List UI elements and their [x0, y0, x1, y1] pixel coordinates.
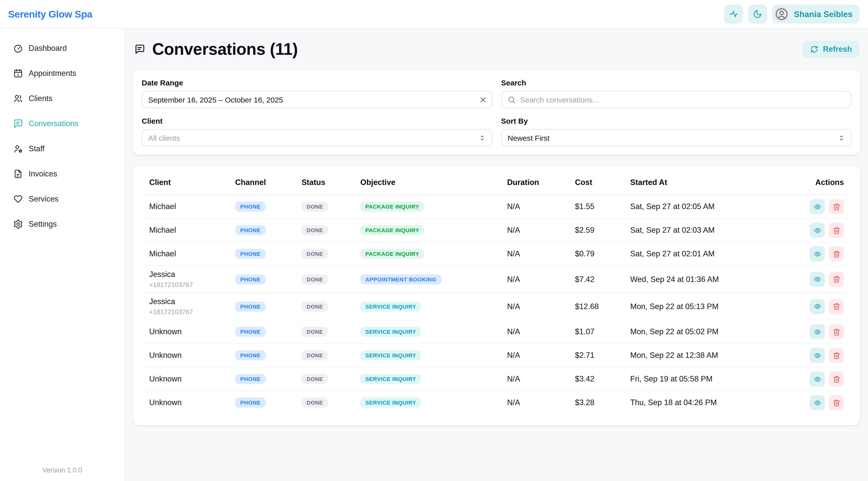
- search-icon: [507, 95, 516, 104]
- sort-select[interactable]: Newest First: [501, 129, 851, 146]
- date-range-label: Date Range: [142, 79, 492, 87]
- activity-button[interactable]: [723, 4, 743, 24]
- sort-select-value: Newest First: [507, 133, 550, 142]
- sidebar-item-conversations[interactable]: Conversations: [0, 111, 125, 136]
- duration-cell: N/A: [501, 266, 569, 293]
- view-conversation-button[interactable]: [810, 246, 825, 261]
- started-at-cell: Sat, Sep 27 at 02:05 AM: [624, 195, 790, 218]
- client-name: Unknown: [149, 327, 223, 336]
- trash-icon: [833, 352, 840, 359]
- column-header-client: Client: [143, 171, 229, 195]
- trash-icon: [833, 399, 840, 407]
- moon-icon: [753, 9, 762, 19]
- delete-conversation-button[interactable]: [829, 395, 844, 410]
- view-conversation-button[interactable]: [810, 299, 825, 314]
- sidebar: DashboardAppointmentsClientsConversation…: [0, 29, 125, 481]
- settings-icon: [13, 219, 23, 229]
- date-range-field: Date Range: [142, 79, 492, 108]
- app-window: Serenity Glow Spa Shania Seibles Dashboa…: [0, 0, 868, 481]
- cost-cell: $3.42: [569, 367, 624, 391]
- delete-conversation-button[interactable]: [829, 272, 844, 287]
- duration-cell: N/A: [501, 293, 569, 320]
- trash-icon: [833, 203, 840, 210]
- view-conversation-button[interactable]: [810, 199, 825, 214]
- date-range-input[interactable]: [142, 91, 492, 108]
- refresh-icon: [810, 45, 818, 53]
- view-conversation-button[interactable]: [810, 371, 825, 387]
- delete-conversation-button[interactable]: [829, 371, 844, 387]
- view-conversation-button[interactable]: [810, 324, 825, 339]
- started-at-cell: Wed, Sep 24 at 01:36 AM: [624, 266, 790, 293]
- started-at-cell: Thu, Sep 18 at 04:26 PM: [624, 391, 790, 414]
- channel-badge: PHONE: [235, 225, 266, 235]
- delete-conversation-button[interactable]: [829, 348, 844, 363]
- sidebar-item-settings[interactable]: Settings: [0, 212, 125, 237]
- search-control: [501, 91, 851, 108]
- table-row: UnknownPHONEDONESERVICE INQUIRYN/A$1.07M…: [143, 320, 850, 343]
- table-row: Jessica+18172103767PHONEDONESERVICE INQU…: [143, 293, 850, 320]
- cost-cell: $1.55: [569, 195, 624, 218]
- trash-icon: [833, 328, 840, 335]
- client-name: Jessica: [149, 270, 223, 279]
- eye-icon: [813, 275, 821, 283]
- status-badge: DONE: [301, 225, 328, 235]
- clear-date-button[interactable]: [478, 95, 487, 104]
- sidebar-item-dashboard[interactable]: Dashboard: [0, 36, 125, 61]
- cost-cell: $12.68: [569, 293, 624, 320]
- sidebar-item-staff[interactable]: Staff: [0, 136, 125, 161]
- channel-badge: PHONE: [235, 397, 266, 408]
- topbar-actions: Shania Seibles: [723, 4, 860, 24]
- view-conversation-button[interactable]: [810, 348, 825, 363]
- sidebar-item-label: Services: [29, 194, 59, 204]
- user-avatar-icon: [774, 6, 789, 22]
- table-row: Jessica+18172103767PHONEDONEAPPOINTMENT …: [143, 266, 850, 293]
- duration-cell: N/A: [501, 343, 569, 367]
- channel-badge: PHONE: [235, 202, 266, 212]
- gauge-icon: [13, 43, 23, 53]
- view-conversation-button[interactable]: [810, 395, 825, 410]
- eye-icon: [813, 227, 821, 234]
- view-conversation-button[interactable]: [810, 272, 825, 287]
- refresh-button[interactable]: Refresh: [803, 41, 860, 58]
- objective-badge: SERVICE INQUIRY: [361, 397, 421, 408]
- search-input[interactable]: [502, 91, 851, 108]
- page-header: Conversations (11) Refresh: [134, 40, 860, 59]
- eye-icon: [813, 250, 821, 258]
- sidebar-item-clients[interactable]: Clients: [0, 86, 125, 111]
- eye-icon: [813, 399, 821, 407]
- objective-badge: PACKAGE INQUIRY: [361, 202, 424, 212]
- heart-icon: [13, 194, 23, 204]
- user-menu[interactable]: Shania Seibles: [772, 4, 860, 24]
- client-name: Unknown: [149, 374, 223, 384]
- column-header-duration: Duration: [501, 171, 569, 195]
- started-at-cell: Mon, Sep 22 at 12:38 AM: [624, 343, 790, 367]
- delete-conversation-button[interactable]: [829, 223, 844, 238]
- search-label: Search: [501, 79, 851, 87]
- client-label: Client: [142, 117, 492, 125]
- version-label: Version 1.0.0: [0, 467, 125, 474]
- view-conversation-button[interactable]: [810, 223, 825, 238]
- brand-logo: Serenity Glow Spa: [8, 8, 92, 20]
- page-title: Conversations (11): [152, 40, 298, 59]
- calendar-icon: [13, 68, 23, 79]
- dark-mode-toggle[interactable]: [748, 4, 767, 24]
- client-select[interactable]: All clients: [142, 129, 492, 146]
- column-header-objective: Objective: [354, 171, 501, 195]
- sidebar-item-label: Conversations: [29, 119, 79, 128]
- delete-conversation-button[interactable]: [829, 299, 844, 314]
- delete-conversation-button[interactable]: [829, 324, 844, 339]
- sort-label: Sort By: [501, 117, 851, 125]
- sidebar-item-services[interactable]: Services: [0, 186, 125, 212]
- sidebar-item-label: Clients: [29, 94, 53, 103]
- delete-conversation-button[interactable]: [829, 246, 844, 261]
- eye-icon: [813, 375, 821, 383]
- sidebar-item-label: Settings: [29, 220, 57, 229]
- sidebar-item-invoices[interactable]: Invoices: [0, 161, 125, 186]
- delete-conversation-button[interactable]: [829, 199, 844, 214]
- sidebar-item-appointments[interactable]: Appointments: [0, 61, 125, 86]
- main-content: Conversations (11) Refresh Date Range: [125, 29, 868, 481]
- sort-field: Sort By Newest First: [501, 117, 851, 146]
- cost-cell: $1.07: [569, 320, 624, 343]
- status-badge: DONE: [301, 274, 328, 284]
- user-star-icon: [13, 144, 23, 154]
